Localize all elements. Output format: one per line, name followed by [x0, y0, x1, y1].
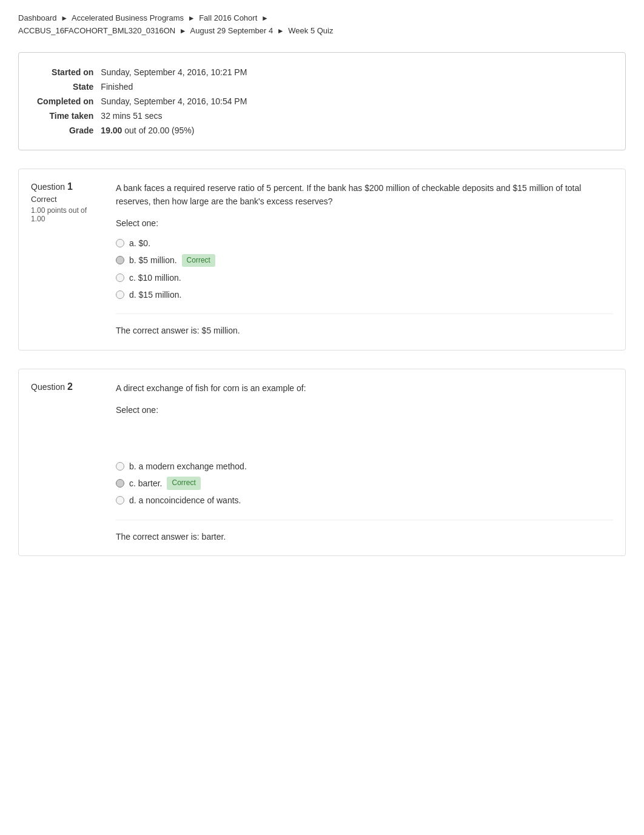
q2-option-d-text: d. a noncoincidence of wants.: [129, 494, 241, 507]
question-1-number: 1: [67, 181, 73, 192]
question-2-number: 2: [67, 381, 73, 392]
question-1-status: Correct: [31, 195, 116, 204]
grade-number: 19.00: [101, 126, 122, 135]
grade-value: 19.00 out of 20.00 (95%): [101, 123, 252, 138]
q1-radio-d: [116, 290, 124, 299]
grade-label: Grade: [37, 123, 101, 138]
question-1-select-one: Select one:: [116, 216, 613, 230]
time-taken-row: Time taken 32 mins 51 secs: [37, 109, 252, 123]
q1-option-b-text: b. $5 million.: [129, 253, 177, 267]
q1-radio-c: [116, 273, 124, 282]
q1-option-d[interactable]: d. $15 million.: [116, 288, 613, 301]
state-value: Finished: [101, 79, 252, 94]
q2-option-b-text: b. a modern exchange method.: [129, 460, 247, 473]
quiz-info-box: Started on Sunday, September 4, 2016, 10…: [18, 52, 626, 150]
q2-option-d[interactable]: d. a noncoincidence of wants.: [116, 494, 613, 507]
breadcrumb-arrow-1: ►: [61, 14, 68, 22]
time-taken-label: Time taken: [37, 109, 101, 123]
breadcrumb-dates[interactable]: August 29 September 4: [190, 26, 273, 35]
q2-option-c-text: c. barter.: [129, 477, 162, 490]
question-1-options: a. $0. b. $5 million. Correct c. $10 mil…: [116, 236, 613, 302]
q1-radio-b: [116, 256, 124, 264]
q2-radio-c: [116, 479, 124, 488]
breadcrumb-arrow-4: ►: [179, 27, 187, 35]
state-row: State Finished: [37, 79, 252, 94]
q1-option-a-text: a. $0.: [129, 236, 150, 250]
breadcrumb: Dashboard ► Accelerated Business Program…: [18, 12, 626, 38]
q2-radio-b: [116, 462, 124, 471]
question-1-meta: Question 1 Correct 1.00 points out of 1.…: [31, 181, 116, 338]
question-2-block: Question 2 A direct exchange of fish for…: [18, 369, 626, 556]
breadcrumb-accelerated[interactable]: Accelerated Business Programs: [72, 13, 184, 22]
breadcrumb-quiz[interactable]: Week 5 Quiz: [288, 26, 333, 35]
q2-correct-badge: Correct: [167, 477, 200, 489]
completed-on-row: Completed on Sunday, September 4, 2016, …: [37, 94, 252, 109]
breadcrumb-arrow-3: ►: [261, 14, 269, 22]
q1-option-c[interactable]: c. $10 million.: [116, 271, 613, 284]
question-1-label: Question 1: [31, 181, 116, 192]
question-1-correct-answer: The correct answer is: $5 million.: [116, 314, 613, 337]
breadcrumb-arrow-2: ►: [188, 14, 195, 22]
q1-radio-a: [116, 239, 124, 247]
question-2-label: Question 2: [31, 381, 116, 392]
q2-option-b[interactable]: b. a modern exchange method.: [116, 460, 613, 473]
q1-option-a[interactable]: a. $0.: [116, 236, 613, 250]
q2-radio-d: [116, 496, 124, 505]
question-2-select-one: Select one:: [116, 403, 613, 417]
q1-option-d-text: d. $15 million.: [129, 288, 181, 301]
breadcrumb-arrow-5: ►: [277, 27, 284, 35]
page-wrapper: Dashboard ► Accelerated Business Program…: [0, 0, 644, 835]
breadcrumb-fall2016[interactable]: Fall 2016 Cohort: [199, 13, 257, 22]
started-on-label: Started on: [37, 65, 101, 79]
question-1-block: Question 1 Correct 1.00 points out of 1.…: [18, 169, 626, 350]
started-on-row: Started on Sunday, September 4, 2016, 10…: [37, 65, 252, 79]
started-on-value: Sunday, September 4, 2016, 10:21 PM: [101, 65, 252, 79]
q1-option-b[interactable]: b. $5 million. Correct: [116, 253, 613, 267]
question-1-points: 1.00 points out of 1.00: [31, 206, 116, 223]
question-2-meta: Question 2: [31, 381, 116, 543]
question-2-text: A direct exchange of fish for corn is an…: [116, 381, 613, 395]
q1-option-c-text: c. $10 million.: [129, 271, 181, 284]
question-2-options: b. a modern exchange method. c. barter. …: [116, 460, 613, 508]
state-label: State: [37, 79, 101, 94]
time-taken-value: 32 mins 51 secs: [101, 109, 252, 123]
question-2-gap: [116, 423, 613, 460]
quiz-info-table: Started on Sunday, September 4, 2016, 10…: [37, 65, 252, 138]
question-1-text: A bank faces a required reserve ratio of…: [116, 181, 613, 209]
question-2-correct-answer: The correct answer is: barter.: [116, 520, 613, 543]
completed-on-label: Completed on: [37, 94, 101, 109]
question-1-content: A bank faces a required reserve ratio of…: [116, 181, 613, 338]
question-2-content: A direct exchange of fish for corn is an…: [116, 381, 613, 543]
q1-correct-badge: Correct: [182, 254, 215, 267]
grade-suffix: out of 20.00 (95%): [122, 126, 194, 135]
completed-on-value: Sunday, September 4, 2016, 10:54 PM: [101, 94, 252, 109]
breadcrumb-course[interactable]: ACCBUS_16FACOHORT_BML320_0316ON: [18, 26, 175, 35]
q2-option-c[interactable]: c. barter. Correct: [116, 477, 613, 490]
breadcrumb-dashboard[interactable]: Dashboard: [18, 13, 57, 22]
grade-row: Grade 19.00 out of 20.00 (95%): [37, 123, 252, 138]
